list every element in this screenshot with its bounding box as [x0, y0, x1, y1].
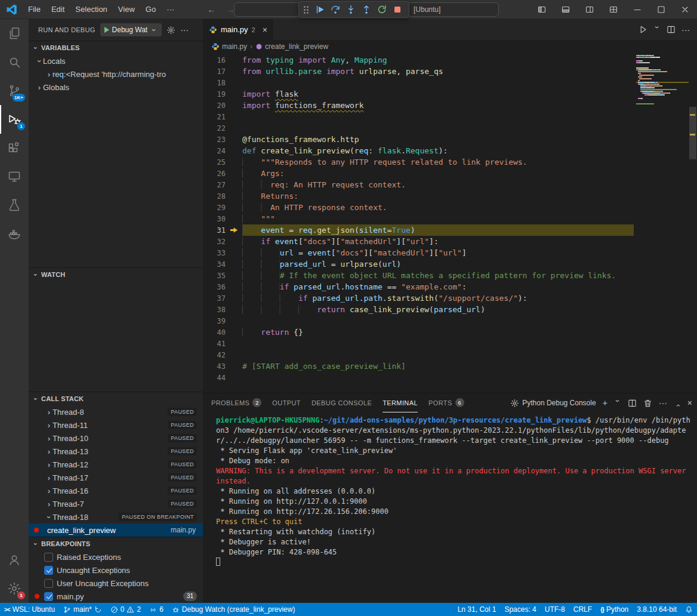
code-line-26[interactable]: Args:: [242, 168, 634, 179]
variable-row[interactable]: ›Locals: [29, 54, 203, 67]
gutter-line-27[interactable]: 27: [203, 179, 242, 190]
code-line-25[interactable]: """Responds to any HTTP request related …: [242, 156, 634, 168]
eol[interactable]: CRLF: [569, 603, 596, 616]
activity-run-and-debug[interactable]: 1: [0, 105, 29, 134]
code-line-35[interactable]: # If the event object URL matches a spec…: [242, 270, 634, 281]
minimap[interactable]: [634, 53, 689, 393]
panel-more-icon[interactable]: ···: [659, 399, 667, 407]
code-line-20[interactable]: import functions_framework: [242, 100, 634, 111]
thread-row[interactable]: ›Thread-11PAUSED: [29, 418, 203, 432]
gutter-line-33[interactable]: 33: [203, 247, 242, 258]
activity-docker[interactable]: [0, 220, 29, 248]
toolbar-grip[interactable]: [304, 6, 309, 14]
gutter-line-26[interactable]: 26: [203, 168, 242, 179]
cursor-position[interactable]: Ln 31, Col 1: [454, 603, 501, 616]
gutter-line-30[interactable]: 30: [203, 213, 242, 224]
breakpoint-row[interactable]: Raised Exceptions: [29, 550, 203, 563]
split-editor-icon[interactable]: [667, 25, 676, 34]
language-mode[interactable]: {}Python: [596, 603, 633, 616]
panel-tab-debug-console[interactable]: DEBUG CONSOLE: [312, 393, 372, 412]
menu-edit[interactable]: Edit: [46, 1, 70, 19]
gutter-line-16[interactable]: 16: [203, 54, 242, 66]
code-line-32[interactable]: if event["docs"]["matchedUrl"]["url"]:: [242, 236, 634, 247]
code-line-19[interactable]: import flask: [242, 88, 634, 100]
gutter-line-41[interactable]: 41: [203, 338, 242, 349]
git-branch[interactable]: main*: [59, 603, 106, 616]
menu-file[interactable]: File: [23, 1, 46, 19]
python-version[interactable]: 3.8.10 64-bit: [633, 603, 681, 616]
code-line-37[interactable]: if parsed_url.path.startswith("/support/…: [242, 292, 634, 304]
code-content[interactable]: from typing import Any, Mappingfrom urll…: [242, 53, 634, 393]
gutter-line-24[interactable]: 24: [203, 145, 242, 156]
activity-accounts[interactable]: [0, 546, 29, 574]
start-debug-icon[interactable]: [104, 27, 109, 33]
code-line-31[interactable]: event = req.get_json(silent=True): [242, 224, 634, 236]
tab-main-py[interactable]: main.py 2 ×: [203, 19, 274, 40]
gutter-line-18[interactable]: 18: [203, 77, 242, 88]
minimize-icon[interactable]: [625, 0, 649, 19]
new-terminal-icon[interactable]: +: [603, 399, 607, 407]
breakpoint-checkbox[interactable]: [44, 566, 53, 575]
debug-config-dropdown[interactable]: Debug Wat ›: [100, 23, 162, 36]
code-line-43[interactable]: # [START add_ons_case_preview_link]: [242, 361, 634, 372]
code-line-16[interactable]: from typing import Any, Mapping: [242, 54, 634, 66]
menu-view[interactable]: View: [113, 1, 140, 19]
code-line-29[interactable]: An HTTP response context.: [242, 202, 634, 213]
back-icon[interactable]: ←: [207, 5, 215, 14]
breakpoint-checkbox[interactable]: [44, 579, 53, 588]
thread-row[interactable]: ›Thread-10PAUSED: [29, 432, 203, 445]
thread-row[interactable]: ›Thread-12PAUSED: [29, 458, 203, 471]
gutter-line-34[interactable]: 34: [203, 258, 242, 270]
gutter-line-20[interactable]: 20: [203, 100, 242, 111]
watch-section-header[interactable]: › WATCH: [29, 268, 203, 281]
variable-row[interactable]: ›Globals: [29, 81, 203, 94]
step-out-button[interactable]: [359, 2, 374, 17]
thread-row[interactable]: ›Thread-13PAUSED: [29, 445, 203, 458]
activity-extensions[interactable]: [0, 134, 29, 162]
gutter-line-25[interactable]: 25: [203, 156, 242, 168]
stop-button[interactable]: [390, 2, 405, 17]
code-line-21[interactable]: [242, 111, 634, 122]
thread-row[interactable]: ›Thread-17PAUSED: [29, 471, 203, 484]
code-line-17[interactable]: from urllib.parse import urlparse, parse…: [242, 66, 634, 77]
code-line-42[interactable]: [242, 349, 634, 361]
kill-terminal-icon[interactable]: [643, 399, 652, 408]
terminal[interactable]: pierrick@LAPTOP-HKU5PNNG:~/git/add-ons-s…: [203, 412, 697, 603]
terminal-dropdown-chevron-icon[interactable]: ›: [613, 399, 621, 406]
gutter-line-29[interactable]: 29: [203, 202, 242, 213]
panel-tab-ports[interactable]: PORTS6: [428, 393, 464, 412]
close-window-icon[interactable]: [673, 0, 697, 19]
gutter-line-21[interactable]: 21: [203, 111, 242, 122]
breadcrumb-main-py[interactable]: main.py: [211, 42, 247, 51]
thread-row[interactable]: ›Thread-7PAUSED: [29, 497, 203, 510]
code-line-28[interactable]: Returns:: [242, 190, 634, 202]
maximize-panel-icon[interactable]: ›: [673, 399, 681, 406]
breakpoint-checkbox[interactable]: [44, 553, 53, 562]
forwarded-ports[interactable]: 6: [145, 603, 168, 616]
gutter-line-28[interactable]: 28: [203, 190, 242, 202]
breakpoint-row[interactable]: User Uncaught Exceptions: [29, 577, 203, 590]
code-line-24[interactable]: def create_link_preview(req: flask.Reque…: [242, 145, 634, 156]
gutter-line-22[interactable]: 22: [203, 122, 242, 134]
debug-settings-gear-icon[interactable]: [166, 26, 175, 35]
debug-status[interactable]: Debug Watch (create_link_preview): [168, 603, 300, 616]
menu-selection[interactable]: Selection: [70, 1, 112, 19]
views-more-icon[interactable]: ···: [180, 26, 189, 34]
run-python-file-icon[interactable]: [639, 25, 647, 34]
code-line-39[interactable]: [242, 315, 634, 327]
activity-remote-explorer[interactable]: [0, 162, 29, 191]
thread-row[interactable]: ›Thread-18PAUSED ON BREAKPOINT: [29, 510, 203, 523]
code-line-22[interactable]: [242, 122, 634, 134]
notifications[interactable]: [681, 603, 697, 616]
editor-more-icon[interactable]: ···: [681, 26, 690, 34]
panel-tab-problems[interactable]: PROBLEMS2: [211, 393, 261, 412]
step-into-button[interactable]: [343, 2, 359, 17]
code-line-23[interactable]: @functions_framework.http: [242, 134, 634, 145]
problems[interactable]: 02: [106, 603, 145, 616]
layout-grid-icon[interactable]: [602, 0, 625, 19]
gutter-line-32[interactable]: 32: [203, 236, 242, 247]
panel-tab-output[interactable]: OUTPUT: [272, 393, 301, 412]
activity-settings[interactable]: 1: [0, 574, 29, 603]
maximize-icon[interactable]: [649, 0, 673, 19]
breadcrumb-create-link-preview[interactable]: create_link_preview: [255, 42, 328, 51]
